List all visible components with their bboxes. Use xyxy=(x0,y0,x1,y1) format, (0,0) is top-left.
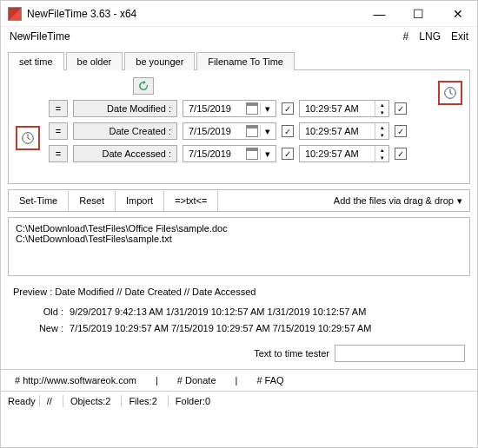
status-ready: Ready xyxy=(8,396,36,406)
eq-accessed[interactable]: = xyxy=(49,145,68,162)
old-label: Old : xyxy=(29,304,63,320)
label-date-modified: Date Modified : xyxy=(73,100,177,117)
tab-filename-to-time[interactable]: Filename To Time xyxy=(196,52,295,70)
tab-panel-set-time: = Date Modified : 7/15/2019 ▾ ✓ 10:29:57… xyxy=(8,70,470,184)
label-date-created: Date Created : xyxy=(73,122,177,140)
time-modified-value: 10:29:57 AM xyxy=(305,103,375,114)
window-title: NewFileTime 3.63 - x64 xyxy=(27,8,360,20)
row-date-created: = Date Created : 7/15/2019 ▾ ✓ 10:29:57 … xyxy=(49,122,461,140)
status-bar: Ready // Objects:2 Files:2 Folder:0 xyxy=(1,392,477,411)
date-modified-value: 7/15/2019 xyxy=(189,103,246,114)
drag-drop-menu[interactable]: Add the files via drag & drop ▾ xyxy=(327,195,469,207)
date-accessed-input[interactable]: 7/15/2019 ▾ xyxy=(183,145,276,162)
checkbox-time-created[interactable]: ✓ xyxy=(395,125,407,137)
time-accessed-value: 10:29:57 AM xyxy=(305,148,375,159)
list-item[interactable]: C:\NetDownload\TestFiles\sample.txt xyxy=(16,234,462,244)
date-accessed-value: 7/15/2019 xyxy=(189,148,246,159)
file-list[interactable]: C:\NetDownload\TestFiles\Office Files\sa… xyxy=(8,217,470,276)
calendar-icon xyxy=(246,125,258,137)
date-modified-input[interactable]: 7/15/2019 ▾ xyxy=(183,100,276,117)
chevron-down-icon[interactable]: ▾ xyxy=(260,126,274,137)
time-created-input[interactable]: 10:29:57 AM ▴▾ xyxy=(299,122,389,140)
tab-set-time[interactable]: set time xyxy=(8,52,64,70)
menu-exit[interactable]: Exit xyxy=(451,30,468,43)
new-label: New : xyxy=(29,320,63,337)
menubar: NewFileTime # LNG Exit xyxy=(1,27,477,46)
checkbox-date-created[interactable]: ✓ xyxy=(282,125,294,137)
import-button[interactable]: Import xyxy=(116,190,164,211)
checkbox-date-modified[interactable]: ✓ xyxy=(282,102,294,115)
clock-icon-right[interactable] xyxy=(438,81,462,105)
link-bar: # http://www.softwareok.com | # Donate |… xyxy=(1,369,477,392)
tab-be-younger[interactable]: be younger xyxy=(124,52,195,70)
preview-values: Old : 9/29/2017 9:42:13 AM 1/31/2019 10:… xyxy=(1,300,477,341)
reset-button[interactable]: Reset xyxy=(69,190,116,211)
export-txt-button[interactable]: =>txt<= xyxy=(164,190,218,211)
status-sep: // xyxy=(39,395,59,407)
chevron-down-icon[interactable]: ▾ xyxy=(260,148,274,160)
link-website[interactable]: # http://www.softwareok.com xyxy=(8,373,143,387)
set-time-button[interactable]: Set-Time xyxy=(9,190,69,211)
time-accessed-input[interactable]: 10:29:57 AM ▴▾ xyxy=(299,145,389,162)
menu-lng[interactable]: LNG xyxy=(419,30,441,43)
tab-be-older[interactable]: be older xyxy=(66,52,123,70)
calendar-icon xyxy=(246,102,258,115)
old-values: 9/29/2017 9:42:13 AM 1/31/2019 10:12:57 … xyxy=(70,306,366,317)
list-item[interactable]: C:\NetDownload\TestFiles\Office Files\sa… xyxy=(16,223,462,234)
clock-icon-left[interactable] xyxy=(16,126,40,150)
spinner-modified[interactable]: ▴▾ xyxy=(375,101,388,116)
label-date-accessed: Date Accessed : xyxy=(73,145,177,162)
time-created-value: 10:29:57 AM xyxy=(305,126,375,136)
date-created-input[interactable]: 7/15/2019 ▾ xyxy=(183,122,276,140)
eq-modified[interactable]: = xyxy=(49,100,68,117)
link-faq[interactable]: # FAQ xyxy=(249,373,290,387)
spinner-accessed[interactable]: ▴▾ xyxy=(375,146,388,161)
time-modified-input[interactable]: 10:29:57 AM ▴▾ xyxy=(299,100,389,117)
date-created-value: 7/15/2019 xyxy=(189,126,246,136)
checkbox-time-accessed[interactable]: ✓ xyxy=(395,148,407,160)
checkbox-time-modified[interactable]: ✓ xyxy=(395,102,407,115)
tab-strip: set time be older be younger Filename To… xyxy=(8,51,470,70)
spinner-created[interactable]: ▴▾ xyxy=(375,123,388,139)
titlebar: NewFileTime 3.63 - x64 — ☐ ✕ xyxy=(1,1,477,27)
drag-drop-label: Add the files via drag & drop xyxy=(334,195,454,206)
app-icon xyxy=(8,7,22,21)
row-date-accessed: = Date Accessed : 7/15/2019 ▾ ✓ 10:29:57… xyxy=(49,145,461,162)
checkbox-date-accessed[interactable]: ✓ xyxy=(282,148,294,160)
status-files: Files:2 xyxy=(121,395,163,407)
text-to-time-label: Text to time tester xyxy=(254,348,329,359)
menu-hash[interactable]: # xyxy=(403,30,409,43)
calendar-icon xyxy=(246,148,258,160)
row-date-modified: = Date Modified : 7/15/2019 ▾ ✓ 10:29:57… xyxy=(49,100,461,117)
chevron-down-icon[interactable]: ▾ xyxy=(260,103,274,115)
menu-app-name[interactable]: NewFileTime xyxy=(10,30,403,43)
maximize-button[interactable]: ☐ xyxy=(399,1,438,27)
text-to-time-input[interactable] xyxy=(335,345,465,362)
chevron-down-icon: ▾ xyxy=(457,195,462,207)
minimize-button[interactable]: — xyxy=(360,1,399,27)
new-values: 7/15/2019 10:29:57 AM 7/15/2019 10:29:57… xyxy=(70,323,371,333)
link-donate[interactable]: # Donate xyxy=(170,373,223,387)
refresh-button[interactable] xyxy=(133,77,154,95)
eq-created[interactable]: = xyxy=(49,122,68,140)
status-objects: Objects:2 xyxy=(63,395,117,407)
close-button[interactable]: ✕ xyxy=(438,1,477,27)
preview-header: Preview : Date Modified // Date Created … xyxy=(1,283,477,300)
status-folder: Folder:0 xyxy=(168,395,217,407)
action-toolbar: Set-Time Reset Import =>txt<= Add the fi… xyxy=(8,189,470,212)
